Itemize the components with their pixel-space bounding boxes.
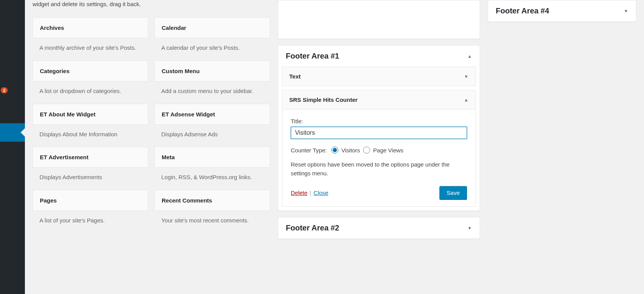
caret-down-icon: ▼	[624, 8, 628, 14]
available-widget-desc: Displays About Me Information	[33, 125, 148, 147]
available-widget: PagesA list of your site's Pages.	[33, 190, 148, 233]
srs-title-label: Title:	[291, 118, 467, 124]
srs-title-input[interactable]	[291, 127, 467, 139]
counter-type-label: Counter Type:	[291, 147, 327, 154]
widget-text: Text ▼	[282, 67, 476, 86]
available-widget-desc: Add a custom menu to your sidebar.	[154, 82, 270, 104]
available-widget-desc: Login, RSS, & WordPress.org links.	[154, 168, 270, 190]
available-widget-header[interactable]: Archives	[33, 17, 148, 38]
save-button[interactable]: Save	[439, 186, 467, 199]
radio-pageviews[interactable]	[363, 147, 370, 154]
available-widget: CalendarA calendar of your site's Posts.	[154, 17, 270, 60]
sidebar-area-box	[278, 0, 480, 39]
available-widget: MetaLogin, RSS, & WordPress.org links.	[154, 147, 270, 190]
widget-srs-title: SRS Simple Hits Counter	[289, 96, 357, 103]
available-widget-header[interactable]: Pages	[33, 190, 148, 211]
available-widget-desc: Your site's most recent comments.	[154, 211, 270, 233]
available-widget-header[interactable]: Meta	[154, 147, 270, 168]
delete-link[interactable]: Delete	[291, 189, 307, 196]
menu-active-arrow	[21, 128, 25, 137]
available-widget-header[interactable]: ET Adsense Widget	[154, 104, 270, 125]
footer-area-1-header[interactable]: Footer Area #1 ▲	[278, 46, 480, 67]
footer-area-4-header[interactable]: Footer Area #4 ▼	[488, 0, 636, 21]
footer-area-2-title: Footer Area #2	[286, 224, 339, 232]
available-widget-desc: A list or dropdown of categories.	[33, 82, 148, 104]
radio-visitors-label: Visitors	[341, 147, 360, 154]
footer-area-4-title: Footer Area #4	[496, 7, 549, 15]
available-widget: ArchivesA monthly archive of your site's…	[33, 17, 148, 60]
footer-area-1-title: Footer Area #1	[286, 52, 339, 60]
srs-note: Reset options have been moved to the opt…	[291, 160, 467, 178]
close-link[interactable]: Close	[314, 189, 328, 196]
widget-srs-hits: SRS Simple Hits Counter ▲ Title: Counter…	[282, 90, 476, 207]
available-widget-header[interactable]: ET Advertisement	[33, 147, 148, 168]
footer-area-1: Footer Area #1 ▲ Text ▼	[278, 45, 480, 211]
available-widget: ET AdvertisementDisplays Advertisements	[33, 147, 148, 190]
caret-up-icon: ▲	[467, 54, 472, 59]
available-widget: ET Adsense WidgetDisplays Adsense Ads	[154, 104, 270, 147]
caret-down-icon: ▼	[467, 225, 472, 231]
available-widget-desc: A list of your site's Pages.	[33, 211, 148, 233]
available-widget-desc: Displays Adsense Ads	[154, 125, 270, 147]
widget-srs-hits-header[interactable]: SRS Simple Hits Counter ▲	[282, 90, 475, 109]
link-separator: |	[310, 189, 311, 196]
available-widget: Recent CommentsYour site's most recent c…	[154, 190, 270, 233]
available-widgets-intro: widget and delete its settings, drag it …	[33, 0, 270, 8]
available-widget: CategoriesA list or dropdown of categori…	[33, 60, 148, 104]
available-widget-desc: A calendar of your site's Posts.	[154, 38, 270, 60]
available-widget-desc: Displays Advertisements	[33, 168, 148, 190]
radio-pageviews-label: Page Views	[373, 147, 403, 154]
available-widget: ET About Me WidgetDisplays About Me Info…	[33, 104, 148, 147]
available-widget-header[interactable]: Calendar	[154, 17, 270, 38]
footer-area-2-header[interactable]: Footer Area #2 ▼	[278, 217, 480, 238]
available-widget-header[interactable]: Custom Menu	[154, 60, 270, 82]
footer-area-2: Footer Area #2 ▼	[278, 217, 480, 239]
available-widget-header[interactable]: Recent Comments	[154, 190, 270, 211]
available-widget-header[interactable]: ET About Me Widget	[33, 104, 148, 125]
available-widget-desc: A monthly archive of your site's Posts.	[33, 38, 148, 60]
available-widget-header[interactable]: Categories	[33, 60, 148, 82]
footer-area-4: Footer Area #4 ▼	[488, 0, 636, 22]
admin-sidebar: 2	[0, 0, 25, 294]
widget-text-title: Text	[289, 73, 301, 80]
caret-down-icon: ▼	[464, 74, 469, 79]
caret-up-icon: ▲	[464, 97, 469, 103]
plugins-update-badge: 2	[1, 87, 8, 93]
available-widget: Custom MenuAdd a custom menu to your sid…	[154, 60, 270, 104]
radio-visitors[interactable]	[331, 147, 338, 154]
widget-text-header[interactable]: Text ▼	[282, 67, 475, 86]
